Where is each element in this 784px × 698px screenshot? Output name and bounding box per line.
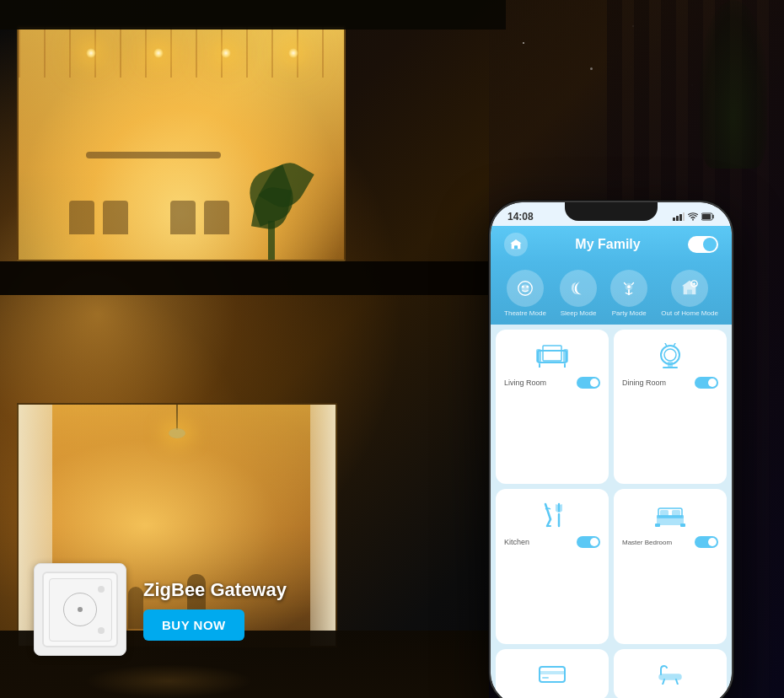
product-info: ZigBee Gateway BUY NOW — [143, 579, 287, 641]
signal-icon — [673, 212, 685, 221]
svg-point-10 — [526, 286, 529, 288]
roofline — [0, 0, 506, 30]
svg-rect-3 — [683, 212, 685, 221]
switch-device-image — [42, 572, 118, 647]
room-card-living[interactable]: Living Room — [496, 330, 609, 485]
room-bottom-row — [491, 649, 732, 698]
away-icon — [671, 270, 708, 307]
theatre-label: Theatre Mode — [504, 309, 546, 318]
mode-row: Theatre Mode Sleep Mode — [491, 263, 732, 325]
svg-rect-41 — [659, 674, 681, 679]
battery-icon — [701, 212, 715, 221]
kitchen-toggle[interactable] — [577, 536, 600, 548]
buy-now-button[interactable]: BUY NOW — [143, 609, 244, 641]
living-room-icon — [504, 338, 600, 373]
svg-rect-16 — [563, 349, 568, 362]
app-title: My Family — [575, 237, 640, 252]
bedroom-toggle[interactable] — [695, 536, 718, 548]
phone-container: 14:08 — [489, 201, 733, 698]
chair — [204, 201, 229, 234]
svg-point-12 — [627, 285, 631, 288]
room-card-dining[interactable]: Dining Room — [614, 330, 727, 485]
card-icon — [539, 665, 566, 684]
app-header: My Family — [491, 226, 732, 263]
table — [86, 152, 221, 158]
svg-rect-5 — [702, 214, 711, 219]
plant — [238, 153, 305, 261]
svg-rect-35 — [672, 510, 680, 516]
dining-room-toggle[interactable] — [695, 377, 718, 389]
svg-line-27 — [547, 519, 550, 526]
living-room-footer: Living Room — [504, 377, 600, 389]
ceiling-light — [288, 48, 298, 58]
dining-room-label: Dining Room — [622, 379, 666, 387]
theatre-icon — [507, 270, 544, 307]
chair — [69, 201, 94, 234]
tree-silhouette — [700, 0, 767, 169]
svg-line-22 — [665, 343, 667, 346]
ceiling-light — [153, 48, 164, 58]
product-name: ZigBee Gateway — [143, 579, 287, 601]
mode-party[interactable]: Party Mode — [610, 270, 647, 318]
living-room-toggle[interactable] — [577, 377, 600, 389]
svg-line-23 — [674, 343, 675, 346]
svg-rect-0 — [673, 217, 675, 221]
living-room-label: Living Room — [504, 379, 546, 387]
room-grid: Living Room — [491, 325, 732, 649]
room-card-kitchen[interactable]: Kitchen — [496, 489, 609, 644]
mode-away[interactable]: Out of Home Mode — [661, 270, 718, 318]
upper-window — [17, 25, 346, 261]
room-card-extra1[interactable] — [496, 649, 609, 698]
bedroom-icon — [622, 497, 718, 533]
home-icon[interactable] — [504, 233, 528, 256]
wifi-icon — [688, 212, 698, 221]
chair — [170, 201, 196, 234]
ceiling-light — [221, 48, 231, 58]
ceiling-light — [86, 48, 96, 58]
status-time: 14:08 — [507, 211, 534, 223]
dining-room-icon — [622, 338, 718, 373]
svg-point-21 — [664, 349, 676, 361]
svg-line-43 — [676, 679, 678, 685]
phone-body: 14:08 — [489, 201, 733, 698]
sleep-label: Sleep Mode — [561, 309, 597, 318]
product-image — [34, 563, 126, 656]
mode-sleep[interactable]: Sleep Mode — [560, 270, 597, 318]
room-card-extra2[interactable] — [614, 649, 727, 698]
kitchen-icon — [504, 497, 600, 533]
svg-rect-34 — [660, 510, 669, 516]
dining-room-footer: Dining Room — [622, 377, 718, 389]
away-label: Out of Home Mode — [661, 309, 718, 318]
room-card-bedroom[interactable]: Master Bedroom — [614, 489, 727, 644]
mode-theatre[interactable]: Theatre Mode — [504, 270, 546, 318]
party-label: Party Mode — [612, 309, 647, 318]
bath-icon — [658, 664, 683, 685]
screen-content: My Family — [491, 226, 732, 698]
svg-rect-17 — [543, 346, 561, 361]
ground-reflection — [84, 664, 253, 698]
svg-rect-40 — [542, 677, 549, 679]
svg-rect-37 — [680, 524, 685, 527]
bedroom-footer: Master Bedroom — [622, 536, 718, 548]
svg-rect-1 — [676, 216, 679, 221]
svg-rect-39 — [540, 671, 565, 674]
kitchen-footer: Kitchen — [504, 536, 600, 548]
svg-rect-25 — [663, 367, 678, 368]
svg-line-26 — [545, 504, 550, 519]
floor-separator — [0, 261, 497, 295]
status-icons — [673, 212, 715, 221]
svg-rect-15 — [536, 349, 541, 362]
kitchen-label: Kitchen — [504, 538, 529, 546]
bedroom-label: Master Bedroom — [622, 539, 672, 546]
svg-point-9 — [522, 286, 524, 288]
svg-rect-6 — [514, 245, 518, 249]
header-toggle[interactable] — [688, 236, 718, 253]
phone-screen: 14:08 — [491, 202, 732, 698]
sleep-icon — [560, 270, 597, 307]
svg-rect-36 — [655, 524, 660, 527]
chair — [103, 201, 128, 234]
party-icon — [610, 270, 647, 307]
svg-rect-2 — [679, 214, 682, 221]
svg-line-42 — [663, 679, 664, 685]
phone-notch — [565, 202, 658, 221]
